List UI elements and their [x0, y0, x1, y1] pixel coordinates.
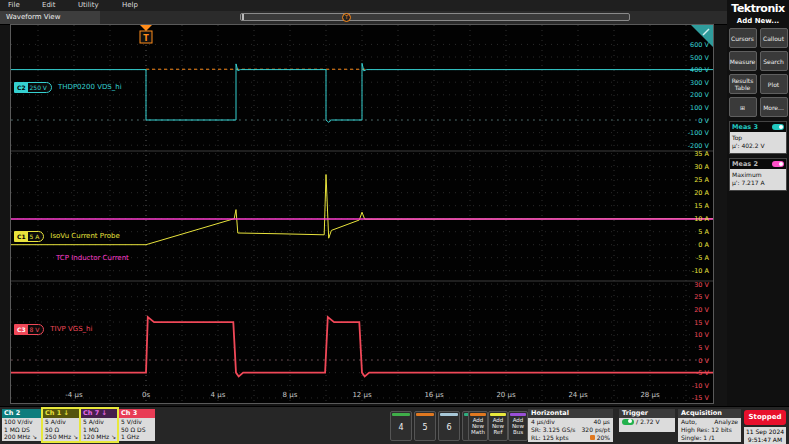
ch3-termination: 50 Ω DS: [119, 426, 155, 434]
ch2-badge[interactable]: Ch 2 100 V/div 1 MΩ DS 200 MHz ↘: [2, 409, 41, 441]
meas-2-toggle[interactable]: [772, 161, 784, 167]
svg-text:25 V: 25 V: [694, 293, 709, 301]
channel-2-label[interactable]: C2 250 VTHDP0200 VDS_hi: [14, 82, 122, 93]
svg-text:15 V: 15 V: [694, 319, 709, 327]
run-stop-status-button[interactable]: Stopped: [744, 410, 786, 425]
svg-text:-5 A: -5 A: [696, 254, 710, 262]
trigger-toggle[interactable]: [622, 419, 634, 425]
wave-4-button[interactable]: 4: [390, 411, 412, 441]
meas-2-title: Meas 2: [732, 160, 758, 168]
sample-resolution: 320 ps/pt: [582, 426, 610, 434]
add-new-ref-button[interactable]: Add New Ref: [488, 411, 508, 441]
add-new-ref-label: Add New Ref: [489, 417, 507, 435]
svg-text:15 A: 15 A: [694, 202, 709, 210]
meas-3-kind: Top: [732, 134, 784, 142]
tab-waveform-view[interactable]: Waveform View: [0, 11, 100, 24]
acquisition-title: Acquisition: [678, 409, 741, 418]
ch2-bandwidth: 200 MHz ↘: [2, 433, 41, 441]
acquisition-count: Single: 1 /1: [681, 434, 715, 442]
acquisition-mode: Auto,: [681, 418, 697, 426]
ch7-bandwidth: 120 MHz ↘: [81, 433, 117, 441]
svg-text:30 V: 30 V: [694, 281, 709, 289]
svg-text:0s: 0s: [142, 391, 150, 399]
horizontal-pan-scrollbar[interactable]: T: [240, 13, 630, 21]
wave-6-color-stripe: [440, 413, 458, 416]
svg-text:200 V: 200 V: [690, 91, 709, 99]
channel-2-scale: 250 V: [30, 84, 47, 91]
svg-text:8 µs: 8 µs: [283, 391, 298, 399]
horizontal-title: Horizontal: [528, 409, 613, 418]
trigger-position-icon[interactable]: T: [342, 13, 351, 22]
math-color-stripe: [470, 413, 486, 416]
add-new-bus-button[interactable]: Add New Bus: [508, 411, 528, 441]
draw-a-box-icon[interactable]: ⊞: [729, 97, 757, 117]
meas-3-toggle[interactable]: [772, 124, 784, 130]
acquisition-badge[interactable]: Acquisition Auto,Analyze High Res: 12 bi…: [678, 409, 741, 442]
add-new-math-button[interactable]: Add New Math: [468, 411, 488, 441]
record-length: RL: 125 kpts: [531, 434, 569, 442]
measure-button[interactable]: Measure: [729, 51, 757, 71]
channel-2-badge[interactable]: C2 250 V: [14, 82, 52, 93]
wave-6-button[interactable]: 6: [438, 411, 460, 441]
plot-button[interactable]: Plot: [760, 74, 788, 94]
waveform-view-plot[interactable]: 600 V500 V400 V300 V200 V100 V0 V-100 V-…: [10, 24, 714, 404]
ch1-badge[interactable]: Ch 1 ↓ 5 A/div 50 Ω 250 MHz ↘: [43, 409, 79, 441]
meas-2-card[interactable]: Meas 2 Maximum µ': 7.217 A: [729, 158, 787, 191]
ch3-badge[interactable]: Ch 3 5 V/div 50 Ω DS 1 GHz: [119, 409, 155, 441]
channel-3-badge[interactable]: C3 8 V: [14, 324, 44, 335]
meas-3-header[interactable]: Meas 3: [730, 122, 786, 132]
add-new-math-label: Add New Math: [469, 417, 487, 435]
svg-text:20 V: 20 V: [694, 306, 709, 314]
menu-file[interactable]: File: [8, 1, 20, 9]
results-table-button[interactable]: Results Table: [729, 74, 757, 94]
horizontal-scale: 4 µs/div: [531, 418, 555, 426]
svg-text:10 V: 10 V: [694, 331, 709, 339]
meas-3-card[interactable]: Meas 3 Top µ': 402.2 V: [729, 121, 787, 154]
svg-text:35 A: 35 A: [694, 150, 709, 158]
channel-3-id: C3: [15, 325, 28, 334]
ch1-termination: 50 Ω: [43, 426, 79, 434]
meas-3-body: Top µ': 402.2 V: [730, 132, 786, 153]
svg-text:28 µs: 28 µs: [640, 391, 660, 399]
channel-3-label[interactable]: C3 8 VTIVP VGS_hi: [14, 324, 92, 335]
svg-text:24 µs: 24 µs: [568, 391, 588, 399]
menu-edit[interactable]: Edit: [42, 1, 56, 9]
svg-text:5 V: 5 V: [698, 344, 709, 352]
horizontal-badge[interactable]: Horizontal 4 µs/div40 µs SR: 3.125 GS/s3…: [528, 409, 613, 442]
menu-help[interactable]: Help: [122, 1, 138, 9]
trigger-badge[interactable]: Trigger / 2.72 V: [619, 409, 675, 432]
menu-utility[interactable]: Utility: [78, 1, 99, 9]
svg-text:-15 V: -15 V: [692, 394, 710, 402]
channel-7-name: TCP Inductor Current: [56, 254, 129, 262]
svg-text:12 µs: 12 µs: [352, 391, 372, 399]
callout-button[interactable]: Callout: [760, 28, 788, 48]
wave-5-button[interactable]: 5: [414, 411, 436, 441]
svg-text:600 V: 600 V: [690, 41, 709, 49]
ch7-badge[interactable]: Ch 7 ↓ 5 A/div 1 MΩ 120 MHz ↘: [81, 409, 117, 441]
svg-text:10 A: 10 A: [694, 215, 709, 223]
svg-text:5 A: 5 A: [698, 228, 709, 236]
meas-2-header[interactable]: Meas 2: [730, 159, 786, 169]
svg-text:-10 A: -10 A: [692, 267, 710, 275]
horizontal-window: 40 µs: [594, 418, 611, 426]
channel-1-badge[interactable]: C1 5 A: [14, 231, 44, 242]
pan-icon: [590, 435, 595, 440]
svg-text:25 A: 25 A: [694, 176, 709, 184]
channel-3-name: TIVP VGS_hi: [50, 325, 92, 333]
channel-7-label[interactable]: TCP Inductor Current: [56, 254, 129, 262]
channel-1-label[interactable]: C1 5 AIsoVu Current Probe: [14, 231, 120, 242]
svg-text:0 V: 0 V: [698, 357, 709, 365]
more-button[interactable]: More...: [760, 97, 788, 117]
search-button[interactable]: Search: [760, 51, 788, 71]
tab-bar: Waveform View T: [0, 11, 727, 25]
date-label: 11 Sep 2024: [744, 428, 786, 436]
ch3-badge-title: Ch 3: [119, 409, 155, 418]
meas-2-value: µ': 7.217 A: [732, 179, 784, 187]
scrollbar-left-handle[interactable]: [242, 14, 247, 20]
rising-edge-icon: /: [636, 418, 638, 426]
ch7-badge-title: Ch 7 ↓: [81, 409, 117, 418]
datetime-display: 11 Sep 2024 9:51:47 AM: [744, 427, 786, 444]
meas-3-title: Meas 3: [732, 123, 758, 131]
cursors-button[interactable]: Cursors: [729, 28, 757, 48]
trigger-title: Trigger: [619, 409, 675, 418]
